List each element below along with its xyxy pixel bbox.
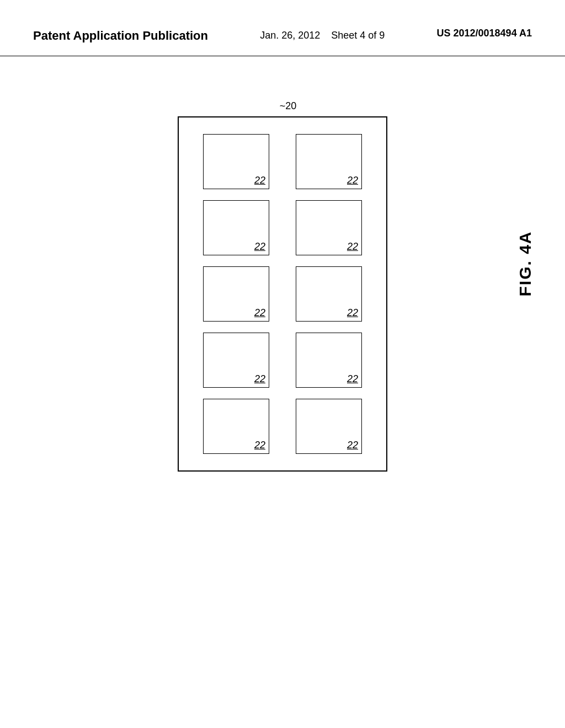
publication-date-sheet: Jan. 26, 2012 Sheet 4 of 9 bbox=[260, 28, 385, 44]
row-1: 22 22 bbox=[195, 134, 370, 189]
inner-box-5-1: 22 bbox=[203, 399, 269, 454]
inner-box-4-1: 22 bbox=[203, 333, 269, 388]
inner-box-label-2-1: 22 bbox=[254, 241, 265, 253]
inner-box-label-5-2: 22 bbox=[347, 440, 358, 451]
inner-box-label-3-2: 22 bbox=[347, 307, 358, 319]
inner-box-2-1: 22 bbox=[203, 200, 269, 255]
inner-box-label-5-1: 22 bbox=[254, 440, 265, 451]
inner-box-label-4-2: 22 bbox=[347, 373, 358, 385]
publication-date: Jan. 26, 2012 bbox=[260, 30, 320, 41]
inner-box-2-2: 22 bbox=[296, 200, 362, 255]
inner-box-1-1: 22 bbox=[203, 134, 269, 189]
inner-box-label-4-1: 22 bbox=[254, 373, 265, 385]
publication-title: Patent Application Publication bbox=[33, 28, 208, 45]
outer-reference-label: ~20 bbox=[280, 100, 297, 112]
row-4: 22 22 bbox=[195, 333, 370, 388]
inner-box-3-1: 22 bbox=[203, 266, 269, 322]
inner-box-1-2: 22 bbox=[296, 134, 362, 189]
diagram-area: ~20 22 22 22 22 22 bbox=[178, 100, 387, 472]
figure-label: FIG. 4A bbox=[516, 231, 535, 297]
inner-box-label-1-1: 22 bbox=[254, 175, 265, 186]
row-2: 22 22 bbox=[195, 200, 370, 255]
outer-ref-number: 20 bbox=[285, 100, 296, 111]
inner-box-label-2-2: 22 bbox=[347, 241, 358, 253]
tilde-symbol: ~ bbox=[280, 100, 286, 111]
outer-container-box: 22 22 22 22 22 22 bbox=[178, 116, 387, 472]
row-3: 22 22 bbox=[195, 266, 370, 322]
sheet-info: Sheet 4 of 9 bbox=[331, 30, 385, 41]
row-5: 22 22 bbox=[195, 399, 370, 454]
inner-box-label-1-2: 22 bbox=[347, 175, 358, 186]
inner-box-label-3-1: 22 bbox=[254, 307, 265, 319]
page-header: Patent Application Publication Jan. 26, … bbox=[0, 0, 565, 56]
figure-label-container: FIG. 4A bbox=[516, 231, 535, 297]
inner-box-3-2: 22 bbox=[296, 266, 362, 322]
inner-box-5-2: 22 bbox=[296, 399, 362, 454]
main-content: ~20 22 22 22 22 22 bbox=[0, 56, 565, 472]
inner-box-4-2: 22 bbox=[296, 333, 362, 388]
publication-number: US 2012/0018494 A1 bbox=[437, 28, 532, 39]
